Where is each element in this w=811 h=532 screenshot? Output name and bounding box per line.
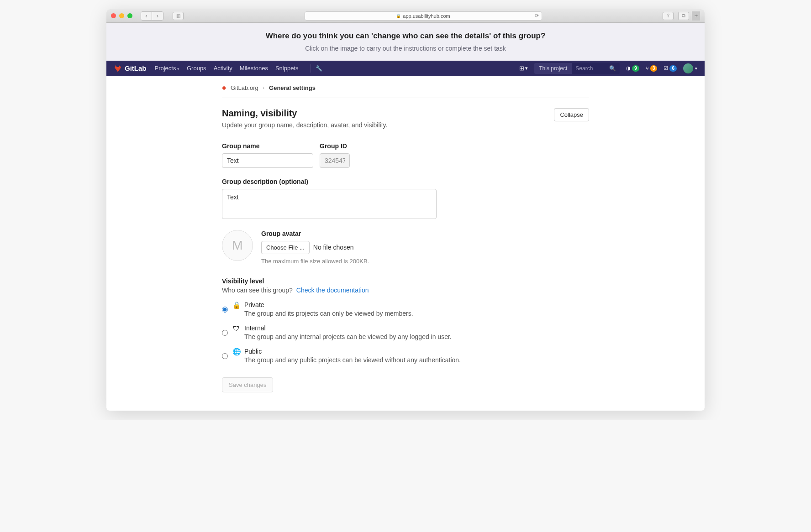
user-avatar[interactable] <box>683 63 693 73</box>
user-menu-caret-icon[interactable]: ▾ <box>695 66 697 71</box>
reload-icon[interactable]: ⟳ <box>535 13 539 19</box>
search-wrap: 🔍 <box>572 63 620 74</box>
search-icon[interactable]: 🔍 <box>609 65 616 72</box>
gitlab-logo[interactable]: GitLab <box>114 64 147 73</box>
radio-public-label: Public <box>244 348 461 355</box>
visibility-option-private[interactable]: 🔒 Private The group and its projects can… <box>222 301 589 317</box>
globe-icon: 🌐 <box>232 348 240 364</box>
url-text: app.usabilityhub.com <box>403 13 450 19</box>
url-bar[interactable]: 🔒 app.usabilityhub.com ⟳ <box>305 11 542 21</box>
group-avatar-preview: M <box>222 230 253 261</box>
forward-button[interactable]: › <box>152 12 163 20</box>
window-controls <box>111 13 132 18</box>
visibility-option-internal[interactable]: 🛡 Internal The group and any internal pr… <box>222 324 589 340</box>
search-input[interactable] <box>572 63 607 74</box>
browser-window: ‹ › ▥ 🔒 app.usabilityhub.com ⟳ ⇪ ⧉ + Whe… <box>106 9 705 411</box>
share-icon[interactable]: ⇪ <box>663 12 674 20</box>
close-icon[interactable] <box>111 13 116 18</box>
gitlab-icon <box>114 64 122 73</box>
tabs-icon[interactable]: ⧉ <box>678 12 689 20</box>
toolbar-right: ⇪ ⧉ <box>663 12 689 20</box>
visibility-section: Visibility level Who can see this group?… <box>222 277 589 364</box>
nav-divider <box>311 64 311 73</box>
radio-internal[interactable] <box>222 325 228 340</box>
group-avatar-label: Group avatar <box>261 230 369 237</box>
radio-internal-label: Internal <box>244 324 452 332</box>
radio-private[interactable] <box>222 302 228 317</box>
task-prompt: Where do you think you can 'change who c… <box>106 23 705 61</box>
save-changes-button[interactable]: Save changes <box>222 377 273 392</box>
radio-public-desc: The group and any public projects can be… <box>244 356 461 364</box>
group-name-label: Group name <box>222 142 313 150</box>
section-title: Naming, visibility <box>222 108 387 119</box>
nav-milestones[interactable]: Milestones <box>240 65 268 72</box>
minimize-icon[interactable] <box>119 13 124 18</box>
nav-activity[interactable]: Activity <box>214 65 232 72</box>
breadcrumb-current: General settings <box>269 84 316 91</box>
search-scope[interactable]: This project <box>534 63 572 74</box>
group-id-label: Group ID <box>320 142 350 150</box>
back-button[interactable]: ‹ <box>141 12 152 20</box>
choose-file-button[interactable]: Choose File ... <box>261 241 310 254</box>
nav-groups[interactable]: Groups <box>187 65 206 72</box>
nav-projects[interactable]: Projects <box>155 65 179 72</box>
collapse-button[interactable]: Collapse <box>554 108 589 121</box>
radio-public[interactable] <box>222 349 228 364</box>
chevron-right-icon: › <box>263 85 264 90</box>
group-description-label: Group description (optional) <box>222 178 589 185</box>
new-tab-button[interactable]: + <box>692 11 700 21</box>
mrs-counter[interactable]: ⑂3 <box>646 65 658 72</box>
group-id-field <box>320 153 350 168</box>
lock-icon: 🔒 <box>396 14 401 18</box>
group-description-input[interactable] <box>222 189 437 219</box>
sidebar-toggle-icon[interactable]: ▥ <box>173 12 184 20</box>
radio-internal-desc: The group and any internal projects can … <box>244 333 452 340</box>
radio-private-label: Private <box>244 301 413 308</box>
nav-snippets[interactable]: Snippets <box>275 65 299 72</box>
visibility-docs-link[interactable]: Check the documentation <box>296 287 369 294</box>
section-header: Naming, visibility Update your group nam… <box>222 108 589 129</box>
visibility-option-public[interactable]: 🌐 Public The group and any public projec… <box>222 348 589 364</box>
gitlab-org-icon: ◆ <box>222 84 226 91</box>
file-status: No file chosen <box>313 244 354 251</box>
todos-counter[interactable]: ☑6 <box>664 65 677 72</box>
page-content: ◆ GitLab.org › General settings Naming, … <box>106 76 705 411</box>
admin-wrench-icon[interactable]: 🔧 <box>316 65 322 72</box>
section-subtitle: Update your group name, description, ava… <box>222 121 387 129</box>
prompt-question: Where do you think you can 'change who c… <box>116 31 695 42</box>
new-dropdown[interactable]: ⊞ ▾ <box>519 65 528 72</box>
lock-icon: 🔒 <box>232 301 240 317</box>
issues-counter[interactable]: ◑9 <box>626 65 639 72</box>
maximize-icon[interactable] <box>127 13 132 18</box>
prompt-instruction: Click on the image to carry out the inst… <box>116 44 695 53</box>
visibility-subtitle: Who can see this group? <box>222 287 293 294</box>
breadcrumb-org[interactable]: GitLab.org <box>231 84 258 91</box>
breadcrumb: ◆ GitLab.org › General settings <box>222 84 589 98</box>
avatar-hint: The maximum file size allowed is 200KB. <box>261 258 369 265</box>
radio-private-desc: The group and its projects can only be v… <box>244 310 413 317</box>
visibility-title: Visibility level <box>222 277 589 285</box>
titlebar: ‹ › ▥ 🔒 app.usabilityhub.com ⟳ ⇪ ⧉ + <box>106 9 705 23</box>
gitlab-navbar: GitLab Projects Groups Activity Mileston… <box>106 61 705 76</box>
nav-back-forward: ‹ › <box>141 11 163 21</box>
shield-icon: 🛡 <box>232 324 240 340</box>
group-name-input[interactable] <box>222 153 313 168</box>
